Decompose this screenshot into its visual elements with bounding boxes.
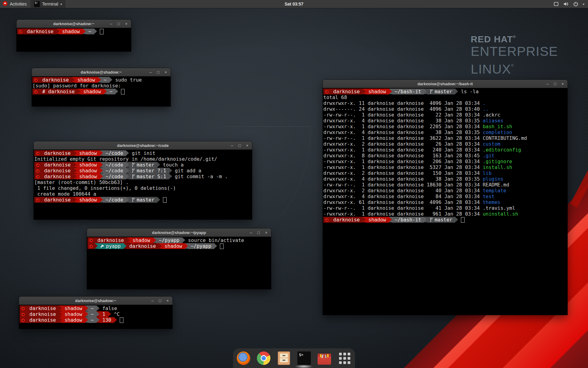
terminal-line: drwx------. 24 darknoise darknoise 4096 …	[323, 106, 567, 112]
window-titlebar[interactable]: darknoise@shadow:~–□×	[32, 68, 171, 76]
prompt-segment-host: shadow	[366, 89, 389, 94]
toolbox-icon	[318, 354, 331, 365]
terminal-line: drwxrwxr-x. 61 darknoise darknoise 4096 …	[323, 199, 567, 205]
powerline-arrow	[389, 89, 392, 94]
powerline-arrow	[424, 89, 427, 94]
terminal-line: darknoiseshadow~/codemaster	[34, 197, 251, 203]
brand-line2: ENTERPRISE	[471, 44, 558, 59]
prompt-segment-path: ~	[88, 311, 97, 317]
dock-item-terminal[interactable]: $>	[297, 351, 311, 365]
window-titlebar[interactable]: darknoise@shadow:~/bash-it–□×	[323, 80, 567, 88]
redhat-prompt-icon	[36, 163, 40, 167]
powerline-arrow	[74, 168, 77, 173]
close-button[interactable]: ×	[164, 70, 167, 74]
prompt-segment-host: shadow	[81, 89, 104, 94]
redhat-prompt-icon	[34, 90, 38, 94]
close-button[interactable]: ×	[561, 82, 564, 86]
maximize-button[interactable]: □	[157, 70, 160, 74]
prompt-hat-segment	[34, 162, 41, 168]
close-button[interactable]: ×	[166, 299, 169, 303]
window-titlebar[interactable]: darknoise@shadow:~/pyapp–□×	[87, 228, 271, 237]
app-menu-label: Terminal	[42, 2, 58, 6]
ls-entry-meta: -rwxrwxr-x. 1 darknoise darknoise 206 Ja…	[323, 159, 483, 164]
window-title: darknoise@shadow:~	[53, 21, 94, 26]
window-titlebar[interactable]: darknoise@shadow:~–□×	[17, 20, 131, 28]
close-button[interactable]: ×	[265, 231, 267, 235]
terminal-line: [sudo] password for darknoise:	[32, 83, 170, 89]
minimize-button[interactable]: –	[149, 70, 152, 74]
powerline-arrow	[159, 243, 162, 249]
redhat-prompt-icon	[34, 78, 38, 82]
powerline-arrow	[104, 89, 107, 94]
prompt-segment-host: shadow	[77, 150, 100, 156]
terminal-line: darknoiseshadow~/codemaster ?:1git add a	[34, 168, 251, 174]
powerline-arrow	[74, 150, 77, 156]
powerline-arrow	[56, 29, 59, 34]
powerline-arrow	[100, 174, 103, 179]
app-grid-icon	[339, 353, 350, 364]
terminal-line: darknoiseshadow~sudo true	[32, 77, 170, 83]
activities-button[interactable]: Activities	[0, 0, 30, 8]
prompt-segment-host: shadow	[62, 317, 85, 323]
prompt-hat-segment	[17, 29, 24, 34]
prompt-segment-host: shadow	[77, 174, 100, 179]
maximize-button[interactable]: □	[258, 231, 260, 235]
terminal-app-icon: $>	[34, 1, 40, 7]
close-button[interactable]: ×	[246, 144, 248, 148]
powerline-arrow	[85, 305, 88, 311]
prompt-segment-user: darknoise	[41, 162, 74, 168]
brand-line1: RED HAT	[471, 34, 513, 44]
maximize-button[interactable]: □	[239, 144, 241, 148]
minimize-button[interactable]: –	[231, 144, 233, 148]
terminal-line: -rwxrwxr-x. 1 darknoise darknoise 240 Ja…	[323, 147, 567, 153]
ls-entry-meta: -rw-rw-r--. 1 darknoise darknoise 18630 …	[323, 182, 483, 188]
minimize-button[interactable]: –	[151, 299, 153, 303]
powerline-arrow	[59, 305, 62, 311]
redhat-prompt-icon	[36, 198, 40, 202]
powerline-arrow	[126, 168, 129, 173]
powerline-arrow	[77, 89, 81, 94]
powerline-arrow	[100, 150, 103, 156]
prompt-segment-git: master S:1	[129, 174, 169, 179]
app-menu-terminal[interactable]: $> Terminal ▾	[30, 0, 66, 8]
window-titlebar[interactable]: darknoise@shadow:~/code–□×	[34, 141, 252, 150]
prompt-hat-segment	[34, 150, 41, 156]
terminal-body[interactable]: darknoiseshadow~sudo true[sudo] password…	[32, 76, 171, 106]
dock-item-chrome[interactable]	[257, 351, 271, 365]
minimize-button[interactable]: –	[546, 82, 548, 86]
maximize-button[interactable]: □	[118, 22, 120, 26]
minimize-button[interactable]: –	[110, 22, 112, 26]
redhat-prompt-icon	[36, 169, 40, 173]
desktop: { "topbar":{ "activities":"Activities", …	[0, 0, 588, 368]
terminal-body[interactable]: darknoiseshadow~/pyappsource bin/activat…	[87, 237, 271, 289]
dock-item-firefox[interactable]	[236, 351, 251, 365]
prompt-segment-user: darknoise	[27, 317, 59, 323]
clock[interactable]: Sat 03:57	[0, 2, 588, 6]
maximize-button[interactable]: □	[554, 82, 556, 86]
dock-item-files[interactable]	[277, 351, 291, 365]
terminal-body[interactable]: darknoiseshadow~/bash-itmasterls -latota…	[323, 88, 567, 315]
system-status-area[interactable]: ▾	[554, 2, 588, 6]
terminal-body[interactable]: darknoiseshadow~falsedarknoiseshadow~1^C…	[19, 305, 172, 329]
powerline-arrow	[114, 317, 117, 323]
powerline-arrow	[74, 197, 77, 202]
dock-item-toolbox[interactable]	[317, 351, 331, 365]
dock-item-app-grid[interactable]	[337, 351, 352, 365]
powerline-arrow	[108, 311, 111, 317]
prompt-segment-user: darknoise	[41, 150, 74, 156]
ls-entry-name: completion	[483, 129, 512, 135]
maximize-button[interactable]: □	[159, 299, 161, 303]
redhat-prompt-icon	[325, 218, 329, 222]
ls-entry-name: .travis.yml	[483, 205, 515, 211]
terminal-body[interactable]: darknoiseshadow~/codegit initInitialized…	[34, 150, 252, 220]
terminal-body[interactable]: darknoiseshadow~	[17, 28, 131, 52]
ls-entry-meta: drwxrwxr-x. 11 darknoise darknoise 4096 …	[323, 100, 483, 106]
close-button[interactable]: ×	[125, 22, 127, 26]
powerline-arrow	[169, 168, 172, 173]
window-titlebar[interactable]: darknoise@shadow:~–□×	[19, 297, 172, 305]
registered-mark: ®	[511, 63, 514, 68]
ls-entry-name: .gitignore	[483, 159, 512, 164]
terminal-line: drwxrwxr-x. 2 darknoise darknoise 40 Jan…	[323, 188, 567, 194]
terminal-line: drwxrwxr-x. 2 darknoise darknoise 26 Jan…	[323, 141, 567, 147]
minimize-button[interactable]: –	[250, 231, 252, 235]
